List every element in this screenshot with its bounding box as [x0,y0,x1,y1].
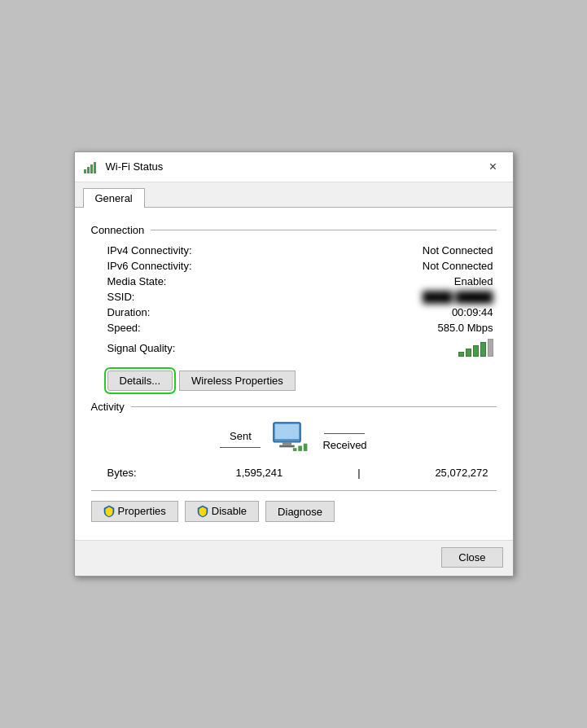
svg-rect-5 [275,423,300,438]
title-bar-text: Wi-Fi Status [106,160,482,173]
title-bar-close-button[interactable]: × [482,159,505,175]
wifi-icon [83,160,99,174]
svg-rect-3 [94,162,96,173]
ssid-value: ████ █████ [221,289,497,305]
signal-quality-value [221,335,497,361]
svg-rect-2 [90,164,93,173]
signal-bar-2 [466,349,471,357]
table-row: SSID: ████ █████ [91,289,497,305]
table-row: Media State: Enabled [91,274,497,289]
dialog-close-button[interactable]: Close [441,547,502,568]
connection-section-header: Connection [91,224,497,236]
signal-bar-3 [473,345,479,357]
svg-rect-8 [293,448,297,451]
table-row: Speed: 585.0 Mbps [91,320,497,335]
svg-rect-6 [283,442,291,445]
table-row: IPv6 Connectivity: Not Connected [91,258,497,274]
duration-value: 00:09:44 [221,305,497,320]
shield-icon-disable [197,505,208,518]
activity-title: Activity [91,401,125,413]
duration-label: Duration: [91,305,221,320]
main-content: Connection IPv4 Connectivity: Not Connec… [75,208,513,541]
received-group: Received [322,430,366,451]
title-bar: Wi-Fi Status × [75,152,513,182]
signal-bar-5 [488,339,493,357]
activity-center-display: Sent [91,421,497,460]
computer-svg [269,421,314,460]
bytes-received-value: 25,072,272 [435,467,488,479]
sent-line [220,447,261,448]
connection-title: Connection [91,224,145,236]
signal-quality-label: Signal Quality: [91,335,221,361]
bytes-row: Bytes: 1,595,241 | 25,072,272 [91,467,497,479]
signal-bars-icon [458,337,493,357]
ssid-label: SSID: [91,289,221,305]
diagnose-button[interactable]: Diagnose [265,501,335,523]
media-state-label: Media State: [91,274,221,289]
signal-bar-1 [458,352,464,357]
ipv6-value: Not Connected [221,258,497,274]
table-row: IPv4 Connectivity: Not Connected [91,243,497,258]
disable-button[interactable]: Disable [185,501,259,523]
received-label: Received [322,439,366,451]
ipv4-value: Not Connected [221,243,497,258]
tab-bar: General [75,182,513,208]
svg-rect-1 [87,167,90,173]
table-row: Signal Quality: [91,335,497,361]
activity-section: Activity Sent [91,401,497,479]
signal-bar-4 [480,342,486,357]
network-computer-icon [269,421,314,460]
connection-divider [151,230,496,230]
ipv4-label: IPv4 Connectivity: [91,243,221,258]
activity-divider [131,406,497,407]
ssid-blurred-value: ████ █████ [423,291,493,303]
table-row: Duration: 00:09:44 [91,305,497,320]
sent-label: Sent [230,430,252,442]
media-state-value: Enabled [221,274,497,289]
tab-general[interactable]: General [83,188,145,208]
received-line [324,433,365,434]
dialog-close-row: Close [75,540,513,576]
svg-rect-10 [304,443,308,450]
bottom-divider [91,490,497,491]
bottom-buttons-row: Properties Disable Diagnose [91,501,497,529]
wireless-properties-button[interactable]: Wireless Properties [179,371,296,391]
svg-rect-0 [84,169,86,173]
shield-icon [103,505,115,518]
svg-rect-7 [280,445,295,447]
bytes-label: Bytes: [107,467,137,479]
speed-value: 585.0 Mbps [221,320,497,335]
ipv6-label: IPv6 Connectivity: [91,258,221,274]
wifi-status-window: Wi-Fi Status × General Connection IPv4 C… [74,151,514,577]
properties-button[interactable]: Properties [91,501,178,523]
connection-buttons-row: Details... Wireless Properties [107,371,497,391]
bytes-divider: | [357,467,360,479]
details-button[interactable]: Details... [107,371,173,391]
speed-label: Speed: [91,320,221,335]
connection-info-table: IPv4 Connectivity: Not Connected IPv6 Co… [91,243,497,361]
sent-group: Sent [220,430,261,451]
activity-section-header: Activity [91,401,497,413]
svg-rect-9 [299,445,303,450]
bytes-sent-value: 1,595,241 [211,467,283,479]
